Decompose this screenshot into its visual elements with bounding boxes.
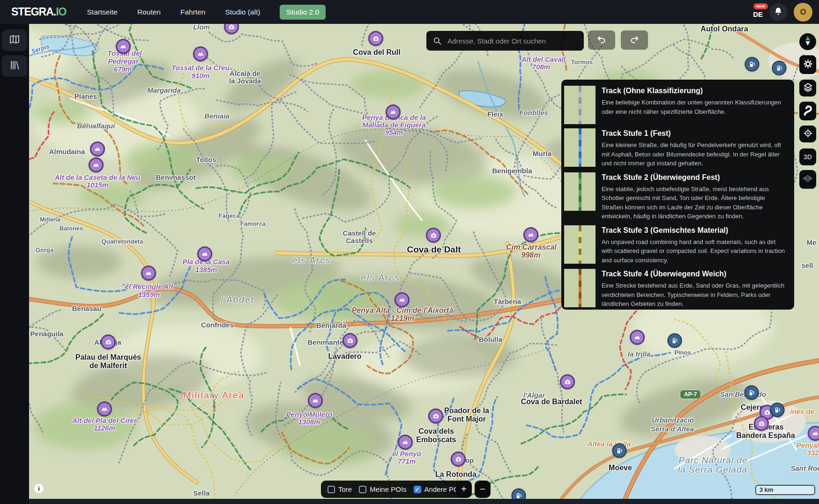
nav-item-startseite[interactable]: Startseite (87, 8, 118, 16)
poi-marker-mountain-icon[interactable] (386, 104, 401, 119)
new-badge: NEW (753, 3, 768, 9)
3d-label: 3D (804, 153, 812, 161)
checkbox-label: Meine POIs (370, 485, 406, 493)
poi-marker-fuel-icon[interactable] (772, 61, 787, 75)
poi-marker-camera-icon[interactable] (368, 31, 383, 46)
poi-filter-pill: ToreMeine POIs✓Andere POIs (321, 481, 471, 498)
tilt-icon (802, 173, 813, 185)
legend-row: Track Stufe 2 (Überwiegend Fest)Eine sta… (564, 172, 788, 221)
zoom-in-button[interactable]: + (456, 481, 472, 498)
nav-right-cluster: NEW DE O (753, 3, 812, 22)
app-window: SerpisLlomTossal delPedregar679mTossal d… (0, 0, 819, 504)
nav-menu: StartseiteRoutenFahrtenStudio (alt)Studi… (87, 5, 326, 20)
poi-marker-mountain-icon[interactable] (808, 426, 819, 441)
language-label: DE (753, 10, 763, 18)
attribution-info-button[interactable]: i (34, 484, 44, 493)
legend-description: An unpaved road combining hard and soft … (602, 237, 785, 265)
poi-marker-mountain-icon[interactable] (141, 266, 156, 281)
legend-swatch (564, 172, 596, 211)
checkbox-tore[interactable]: Tore (328, 485, 352, 493)
checkbox-box[interactable] (359, 486, 366, 493)
poi-marker-camera-icon[interactable] (451, 452, 466, 467)
checkbox-meine-pois[interactable]: Meine POIs (359, 485, 406, 493)
tilt-view-button[interactable] (799, 170, 816, 189)
app-logo[interactable]: STEGRA.IO (11, 6, 67, 18)
poi-marker-mountain-icon[interactable] (398, 435, 413, 450)
scale-bar: 3 km (755, 485, 815, 495)
legend-description: Eine kleinere Straße, die häufig für Pen… (602, 141, 785, 168)
legend-swatch (564, 128, 596, 167)
legend-title: Track Stufe 1 (Fest) (602, 129, 785, 138)
avatar[interactable]: O (794, 3, 812, 22)
compass-button[interactable] (799, 33, 816, 50)
poi-marker-mountain-icon[interactable] (90, 141, 105, 156)
legend-description: Eine beliebige Kombination der unten gen… (602, 98, 785, 116)
nav-item-studio-2-0[interactable]: Studio 2.0 (280, 5, 326, 20)
poi-marker-fuel-icon[interactable] (770, 403, 785, 417)
settings-button[interactable] (799, 55, 816, 74)
poi-marker-mountain-icon[interactable] (630, 330, 645, 345)
search-input[interactable] (447, 37, 575, 45)
legend-title: Track Stufe 3 (Gemischtes Material) (602, 226, 785, 235)
sidebar-item-library[interactable] (2, 55, 27, 77)
legend-row: Track Stufe 3 (Gemischtes Material)An un… (564, 225, 788, 265)
poi-marker-fuel-icon[interactable] (745, 385, 759, 400)
top-navbar: STEGRA.IO StartseiteRoutenFahrtenStudio … (0, 0, 819, 24)
undo-button[interactable] (588, 30, 615, 50)
poi-marker-mountain-icon[interactable] (116, 39, 131, 54)
compass-icon (800, 33, 816, 51)
route-style-button[interactable] (799, 102, 816, 120)
library-icon (9, 59, 20, 73)
gear-icon (803, 59, 813, 71)
poi-marker-mountain-icon[interactable] (395, 292, 410, 307)
search-bar (426, 31, 584, 51)
checkbox-box[interactable] (328, 486, 335, 493)
poi-marker-mountain-icon[interactable] (97, 401, 112, 416)
redo-icon (629, 34, 640, 46)
left-sidebar (0, 24, 29, 504)
poi-marker-camera-icon[interactable] (101, 334, 116, 349)
legend-swatch (564, 225, 596, 264)
locate-button[interactable] (799, 126, 816, 142)
poi-marker-fuel-icon[interactable] (745, 57, 759, 72)
poi-marker-camera-icon[interactable] (754, 416, 769, 431)
sidebar-item-maps[interactable] (2, 30, 27, 51)
nav-item-routen[interactable]: Routen (137, 8, 161, 16)
poi-marker-mountain-icon[interactable] (197, 246, 212, 261)
poi-marker-fuel-icon[interactable] (668, 334, 682, 348)
logo-primary: STEGRA. (11, 6, 56, 18)
legend-description: Eine Strecke bestehend aus Erde, Sand od… (602, 281, 785, 309)
legend-swatch (564, 86, 596, 124)
poi-marker-mountain-icon[interactable] (89, 157, 104, 172)
logo-accent: IO (56, 6, 66, 18)
poi-marker-mountain-icon[interactable] (193, 46, 208, 61)
poi-marker-camera-icon[interactable] (342, 333, 357, 348)
checkbox-box[interactable]: ✓ (414, 486, 421, 493)
3d-button[interactable]: 3D (799, 148, 816, 165)
checkbox-label: Tore (338, 485, 352, 493)
undo-icon (596, 34, 607, 46)
poi-marker-mountain-icon[interactable] (308, 393, 323, 408)
poi-marker-camera-icon[interactable] (560, 374, 575, 389)
notifications-button[interactable] (769, 3, 787, 21)
nav-item-studio-alt-[interactable]: Studio (alt) (225, 8, 260, 16)
map-icon (9, 34, 20, 47)
legend-title: Track (Ohne Klassifizierung) (602, 87, 785, 95)
legend-title: Track Stufe 4 (Überwiegend Weich) (602, 270, 785, 278)
track-legend-panel[interactable]: Track (Ohne Klassifizierung)Eine beliebi… (561, 80, 794, 310)
legend-swatch (564, 269, 596, 307)
redo-button[interactable] (621, 30, 648, 50)
layers-icon (803, 82, 813, 94)
poi-marker-camera-icon[interactable] (428, 408, 443, 423)
zoom-out-button[interactable]: − (475, 481, 491, 498)
locate-icon (803, 128, 813, 140)
poi-marker-mountain-icon[interactable] (523, 227, 538, 242)
language-switcher[interactable]: NEW DE (753, 10, 763, 18)
nav-item-fahrten[interactable]: Fahrten (180, 8, 205, 16)
legend-row: Track Stufe 4 (Überwiegend Weich)Eine St… (564, 269, 788, 309)
layers-button[interactable] (799, 80, 816, 96)
legend-title: Track Stufe 2 (Überwiegend Fest) (602, 173, 785, 182)
legend-row: Track (Ohne Klassifizierung)Eine beliebi… (564, 86, 788, 124)
poi-marker-camera-icon[interactable] (426, 228, 441, 243)
poi-marker-fuel-icon[interactable] (612, 444, 627, 458)
